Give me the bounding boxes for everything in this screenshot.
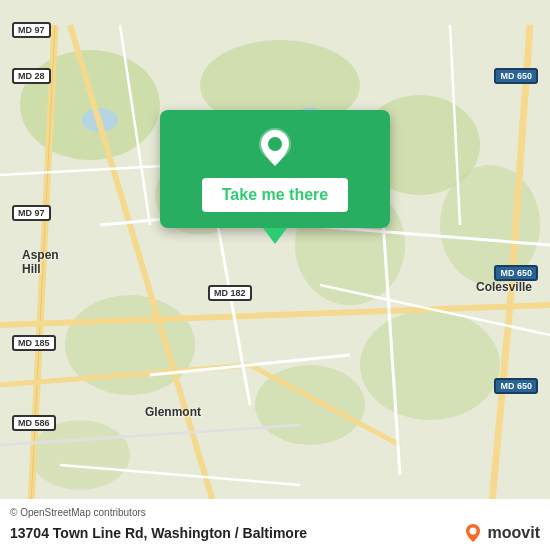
svg-point-34 xyxy=(469,528,476,535)
svg-point-33 xyxy=(268,137,282,151)
svg-point-6 xyxy=(360,310,500,420)
moovit-pin-icon xyxy=(462,522,484,544)
bottom-bar: © OpenStreetMap contributors 13704 Town … xyxy=(0,499,550,550)
road-badge-md185: MD 185 xyxy=(12,335,56,351)
road-badge-md586: MD 586 xyxy=(12,415,56,431)
road-badge-md97-top: MD 97 xyxy=(12,22,51,38)
place-label-colesville: Colesville xyxy=(476,280,532,294)
location-pin-icon xyxy=(253,126,297,170)
map-attribution: © OpenStreetMap contributors xyxy=(10,507,540,518)
road-badge-md28: MD 28 xyxy=(12,68,51,84)
place-label-aspen-hill: AspenHill xyxy=(22,248,59,276)
take-me-there-button[interactable]: Take me there xyxy=(202,178,348,212)
address-label: 13704 Town Line Rd, Washington / Baltimo… xyxy=(10,525,307,541)
road-badge-md650-top: MD 650 xyxy=(494,68,538,84)
moovit-brand-label: moovit xyxy=(488,524,540,542)
popup-card: Take me there xyxy=(160,110,390,228)
map-container: MD 97 MD 28 MD 97 MD 185 MD 586 MD 182 M… xyxy=(0,0,550,550)
place-label-glenmont: Glenmont xyxy=(145,405,201,419)
road-badge-md182: MD 182 xyxy=(208,285,252,301)
moovit-logo: moovit xyxy=(462,522,540,544)
road-badge-md97-mid: MD 97 xyxy=(12,205,51,221)
road-badge-md650-mid: MD 650 xyxy=(494,265,538,281)
road-badge-md650-bot: MD 650 xyxy=(494,378,538,394)
